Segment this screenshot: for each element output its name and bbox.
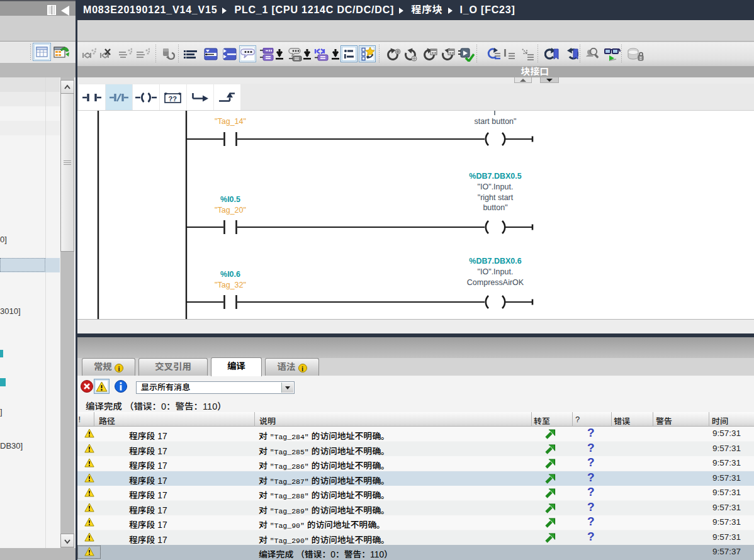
svg-text:??: ??: [169, 95, 177, 103]
